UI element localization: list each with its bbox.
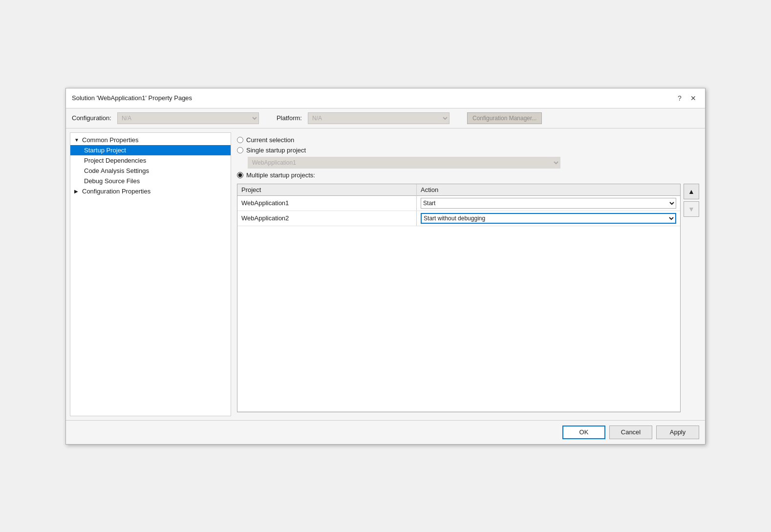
- sidebar-item-config-properties[interactable]: ▶ Configuration Properties: [70, 186, 231, 196]
- single-startup-radio[interactable]: [237, 147, 243, 153]
- title-bar: Solution 'WebApplication1' Property Page…: [66, 88, 705, 108]
- action-cell-2: (none) Start Start without debugging: [417, 211, 680, 226]
- code-analysis-label: Code Analysis Settings: [84, 167, 149, 174]
- multiple-startup-label[interactable]: Multiple startup projects:: [246, 171, 315, 179]
- title-bar-buttons: ? ✕: [674, 92, 699, 104]
- sidebar-item-code-analysis[interactable]: Code Analysis Settings: [70, 166, 231, 176]
- projects-table-wrapper: Project Action WebApplication1 (none): [237, 184, 681, 412]
- project-name-2: WebApplication2: [237, 211, 417, 226]
- sidebar-item-project-dependencies[interactable]: Project Dependencies: [70, 155, 231, 166]
- help-button[interactable]: ?: [674, 92, 685, 104]
- multiple-startup-radio[interactable]: [237, 172, 243, 178]
- sidebar: ▼ Common Properties Startup Project Proj…: [70, 132, 231, 416]
- main-panel: Current selection Single startup project…: [235, 132, 701, 416]
- configuration-select[interactable]: N/A: [117, 112, 259, 124]
- startup-options: Current selection Single startup project…: [237, 136, 699, 179]
- sidebar-item-common-properties[interactable]: ▼ Common Properties: [70, 135, 231, 145]
- table-row: WebApplication1 (none) Start Start witho…: [237, 195, 680, 211]
- sidebar-item-common-label: Common Properties: [82, 136, 139, 144]
- table-row: WebApplication2 (none) Start Start witho…: [237, 211, 680, 226]
- current-selection-label[interactable]: Current selection: [246, 136, 294, 144]
- expand-icon-config: ▶: [74, 189, 80, 194]
- sidebar-item-config-label: Configuration Properties: [82, 188, 150, 195]
- empty-row: [237, 226, 680, 411]
- table-body: WebApplication1 (none) Start Start witho…: [237, 195, 680, 411]
- config-manager-button[interactable]: Configuration Manager...: [467, 112, 542, 124]
- move-up-button[interactable]: ▲: [684, 184, 699, 199]
- arrow-buttons: ▲ ▼: [684, 184, 699, 217]
- sidebar-item-debug-source[interactable]: Debug Source Files: [70, 176, 231, 186]
- projects-table-section: Project Action WebApplication1 (none): [237, 184, 699, 412]
- sidebar-item-startup-project[interactable]: Startup Project: [70, 145, 231, 155]
- projects-table: Project Action WebApplication1 (none): [237, 184, 680, 412]
- single-startup-label[interactable]: Single startup project: [246, 147, 306, 154]
- close-button[interactable]: ✕: [687, 92, 699, 104]
- expand-icon-common: ▼: [74, 137, 80, 143]
- current-selection-row: Current selection: [237, 136, 699, 144]
- startup-project-label: Startup Project: [84, 147, 126, 154]
- single-startup-row: Single startup project: [237, 147, 699, 154]
- content-area: ▼ Common Properties Startup Project Proj…: [66, 128, 705, 420]
- project-name-1: WebApplication1: [237, 195, 417, 211]
- col-header-project: Project: [237, 184, 417, 196]
- project-dependencies-label: Project Dependencies: [84, 157, 146, 164]
- property-pages-dialog: Solution 'WebApplication1' Property Page…: [65, 88, 706, 445]
- footer: OK Cancel Apply: [66, 420, 705, 444]
- dialog-title: Solution 'WebApplication1' Property Page…: [72, 94, 192, 102]
- action-select-1[interactable]: (none) Start Start without debugging: [421, 198, 676, 209]
- move-down-button[interactable]: ▼: [684, 201, 699, 217]
- configuration-label: Configuration:: [72, 114, 111, 122]
- debug-source-label: Debug Source Files: [84, 177, 140, 185]
- apply-button[interactable]: Apply: [656, 426, 699, 439]
- empty-table-area: [237, 226, 680, 411]
- action-cell-1: (none) Start Start without debugging: [417, 195, 680, 211]
- platform-select[interactable]: N/A: [308, 112, 450, 124]
- current-selection-radio[interactable]: [237, 137, 243, 143]
- toolbar: Configuration: N/A Platform: N/A Configu…: [66, 108, 705, 128]
- ok-button[interactable]: OK: [562, 426, 605, 439]
- multiple-startup-row: Multiple startup projects:: [237, 171, 699, 179]
- platform-label: Platform:: [277, 114, 302, 122]
- table-header: Project Action: [237, 184, 680, 196]
- cancel-button[interactable]: Cancel: [609, 426, 652, 439]
- action-select-2[interactable]: (none) Start Start without debugging: [421, 213, 676, 224]
- col-header-action: Action: [417, 184, 680, 196]
- single-project-select[interactable]: WebApplication1: [248, 157, 560, 169]
